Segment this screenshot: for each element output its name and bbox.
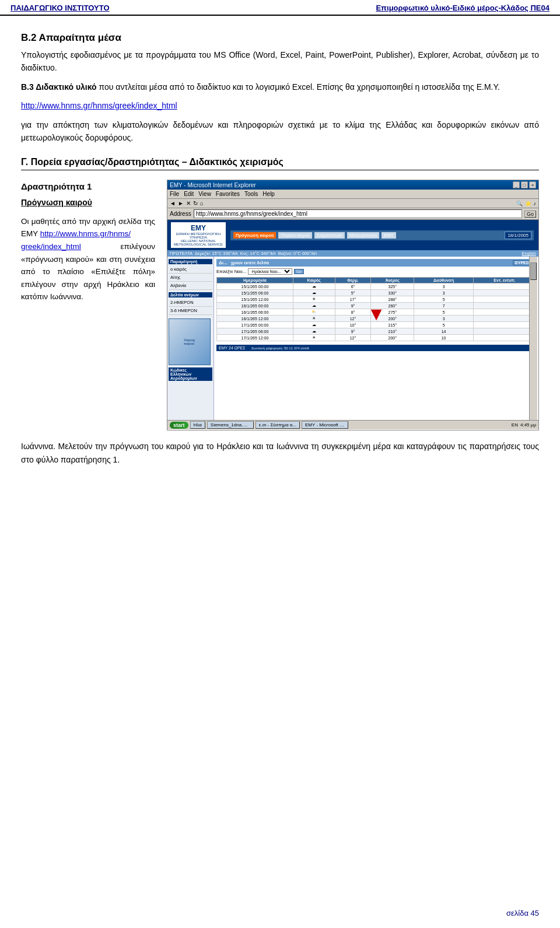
- sidebar-section2: Δελτία ανέμων: [169, 292, 212, 297]
- b3-para2: για την απόκτηση των κλιματολογικών δεδο…: [21, 118, 539, 145]
- cell-int: [473, 322, 536, 328]
- emy-24h-box: ΕΜΥ 24 ΩΡΕΣ Ζωντανή ράφορηση: 50 11 374 …: [216, 345, 536, 351]
- subheader-info2: Δεμεζίο: 15°C 330°/kh: [195, 251, 238, 256]
- activity-text: Δραστηριότητα 1 Πρόγνωση καιρού Οι μαθητ…: [21, 180, 155, 303]
- col-intensity: Εντ. εντυπ.: [473, 278, 536, 283]
- sidebar-aitisi[interactable]: Αίτης: [169, 274, 212, 282]
- cell-date: 17/1/265 06:00: [217, 328, 293, 335]
- refresh-btn[interactable]: ↻: [193, 200, 198, 206]
- city-submit-btn[interactable]: Go: [294, 269, 304, 274]
- minimize-btn[interactable]: _: [513, 181, 520, 188]
- home-btn[interactable]: ⌂: [200, 200, 204, 206]
- browser-controls[interactable]: _ □ ×: [513, 181, 536, 188]
- taskbar-esigr[interactable]: ε.σι - Σύστημα α...: [256, 421, 300, 429]
- cell-temp: 6°: [335, 283, 371, 290]
- cell-dir: 7: [414, 303, 474, 309]
- menu-help[interactable]: Help: [262, 191, 275, 197]
- activity-para2: Μελετούν την πρόγνωση του καιρού για το …: [21, 442, 539, 464]
- cell-date: 15/1/265 06:00: [217, 290, 293, 296]
- browser-address-bar: Address http://www.hnms.gr/hnms/greek/in…: [167, 208, 538, 220]
- menu-edit[interactable]: Edit: [184, 191, 194, 197]
- stop-btn[interactable]: ✕: [186, 200, 191, 206]
- table-row: 15/1/265 00:00 ☁ 6° 325° 3: [217, 283, 536, 290]
- taskbar-siemens[interactable]: Siemens_1dna.doc...: [207, 421, 254, 429]
- cell-dir: 3: [414, 283, 474, 290]
- cell-icon: ☁: [293, 322, 335, 328]
- subheader-english[interactable]: English: [522, 251, 536, 256]
- start-button[interactable]: start: [170, 422, 188, 429]
- cell-temp: 9°: [335, 328, 371, 335]
- address-input[interactable]: http://www.hnms.gr/hnms/greek/index_html: [194, 209, 522, 218]
- city-form: Επιλέξτε Ναο... Ηράκλεια Ναο... Go: [216, 268, 536, 275]
- sidebar-36imeron[interactable]: 3-6 ΗΜΕΡΟΝ: [169, 307, 212, 315]
- nav-emy[interactable]: ΕΜΥ: [381, 232, 396, 239]
- search-icon: 🔍: [516, 201, 523, 206]
- cell-date: 15/1/265 00:00: [217, 283, 293, 290]
- nav-plaisio[interactable]: Πλαίσιο καιρού: [278, 232, 313, 239]
- emy-fullname: ΕΘΝΙΚΗ ΜΕΤΕΩΡΟΛΟΓΙΚΗΥΠΗΡΕΣΙΑ: [176, 232, 220, 239]
- col-wind: Άνεμος: [371, 278, 414, 283]
- col-weather: Καιρός: [293, 278, 335, 283]
- emy-content: Παραμέτρησή ο καιρός Αίτης Αλβανία Δελτί…: [167, 257, 538, 420]
- menu-file[interactable]: File: [170, 191, 179, 197]
- go-btn[interactable]: Go: [524, 211, 536, 218]
- cell-wind: 288°: [371, 296, 414, 303]
- forward-btn[interactable]: ►: [178, 200, 184, 206]
- city-select[interactable]: Ηράκλεια Ναο...: [248, 268, 292, 275]
- emy-24h-sub: Ζωντανή ράφορηση: 50 11 374 ελπίδ: [251, 346, 309, 350]
- cell-wind: 325°: [371, 283, 414, 290]
- sidebar-kairos[interactable]: ο καιρός: [169, 265, 212, 274]
- cell-icon: ☀: [293, 316, 335, 322]
- menu-favorites[interactable]: Favorites: [216, 191, 240, 197]
- emy-24h-text: ΕΜΥ 24 ΩΡΕΣ: [219, 346, 246, 350]
- cell-int: [473, 303, 536, 309]
- red-arrow: ▼: [367, 303, 386, 325]
- cell-dir: 5: [414, 309, 474, 316]
- scroll-indicator[interactable]: [529, 257, 537, 420]
- nav-meteorologia[interactable]: Μετεωρολογία: [346, 232, 380, 239]
- cell-dir: 14: [414, 328, 474, 335]
- b3-paragraph: Β.3 Διδακτικό υλικό που αντλείται μέσα α…: [21, 80, 539, 93]
- sidebar-2imeron[interactable]: 2-ΗΜΕΡΟΝ: [169, 299, 212, 307]
- activity-title: Δραστηριότητα 1: [21, 180, 155, 194]
- taskbar-hla[interactable]: Ηλα: [190, 421, 205, 429]
- prognosi-title: Δι...: [219, 260, 228, 265]
- favorites-icon: ⭐: [525, 201, 531, 206]
- scroll-thumb[interactable]: [530, 262, 537, 280]
- table-row: 17/1/265 06:00 ☁ 9° 210° 14: [217, 328, 536, 335]
- emy-header-text: Πρόγνωση καιρού Πλαίσιο καιρού Κλιματολο…: [229, 229, 535, 241]
- cell-int: [473, 296, 536, 303]
- browser-menubar: File Edit View Favorites Tools Help: [167, 190, 538, 199]
- browser-toolbar: ◄ ► ✕ ↻ ⌂ 🔍 ⭐ ♪: [167, 199, 538, 208]
- emy-nav: Πρόγνωση καιρού Πλαίσιο καιρού Κλιματολο…: [230, 230, 534, 240]
- maximize-btn[interactable]: □: [521, 181, 528, 188]
- emy-date: 18/1/2005: [505, 232, 531, 239]
- weather-map: Χάρτηςκαιρού: [169, 318, 211, 365]
- emy-header: ΕΜΥ ΕΘΝΙΚΗ ΜΕΤΕΩΡΟΛΟΓΙΚΗΥΠΗΡΕΣΙΑ HELLENI…: [167, 220, 538, 250]
- nav-prognosi[interactable]: Πρόγνωση καιρού: [233, 232, 276, 239]
- nav-klimatologia[interactable]: Κλιματολογία: [314, 232, 345, 239]
- taskbar-emy[interactable]: EMY - Microsoft Int...: [302, 421, 348, 429]
- cell-int: [473, 290, 536, 296]
- menu-view[interactable]: View: [198, 191, 211, 197]
- cell-icon: ☀: [293, 335, 335, 341]
- page-header: ΠΑΙΔΑΓΩΓΙΚΟ ΙΝΣΤΙΤΟΥΤΟ Επιμορφωτικό υλικ…: [0, 0, 560, 16]
- back-btn[interactable]: ◄: [170, 200, 176, 206]
- cell-int: [473, 283, 536, 290]
- cell-int: [473, 335, 536, 341]
- emy-abbr: ΕΜΥ: [191, 224, 206, 232]
- subheader-info4: Βαζίνο: 0°C 000°/kh: [278, 251, 317, 256]
- url-hnms[interactable]: http://www.hnms.gr/hnms/greek/index_html: [21, 101, 177, 110]
- cell-date: 16/1/265 12:00: [217, 316, 293, 322]
- cell-wind: 210°: [371, 328, 414, 335]
- subheader-info3: Κνς: 14°C 340°/kh: [240, 251, 276, 256]
- cell-int: [473, 309, 536, 316]
- sidebar-albania[interactable]: Αλβανία: [169, 282, 212, 290]
- close-btn[interactable]: ×: [529, 181, 536, 188]
- cell-date: 16/1/265 06:00: [217, 309, 293, 316]
- menu-tools[interactable]: Tools: [244, 191, 258, 197]
- activity-url[interactable]: http://www.hnms.gr/hnms/greek/index_html: [21, 229, 131, 251]
- b3-url: http://www.hnms.gr/hnms/greek/index_html: [21, 99, 539, 112]
- browser-titlebar: EMY - Microsoft Internet Explorer _ □ ×: [167, 180, 538, 190]
- footer-text: σελίδα 45: [506, 909, 539, 918]
